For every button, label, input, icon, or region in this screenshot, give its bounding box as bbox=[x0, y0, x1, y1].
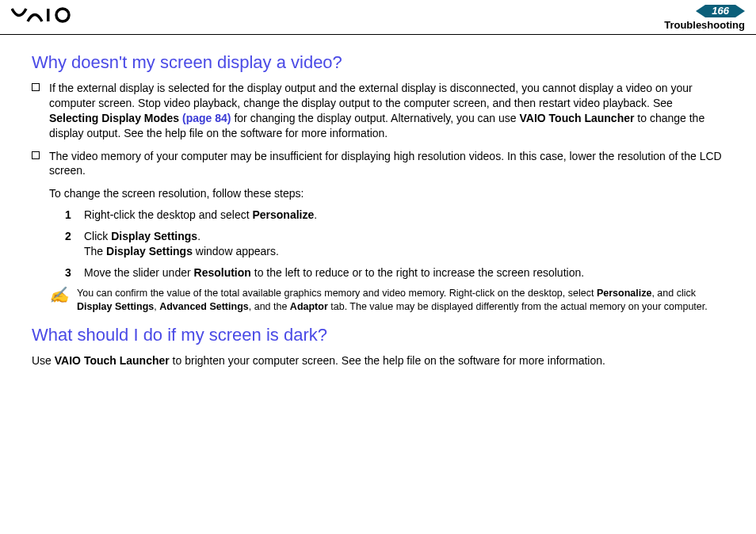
vaio-logo-svg bbox=[11, 6, 90, 25]
step-text: Right-click the desktop and select Perso… bbox=[84, 208, 317, 223]
note-icon: ✍ bbox=[49, 287, 69, 314]
text: for changing the display output. Alterna… bbox=[231, 112, 520, 124]
page-navigator: 166 bbox=[696, 5, 745, 17]
text: to brighten your computer screen. See th… bbox=[170, 354, 605, 367]
bold-text: Adaptor bbox=[290, 301, 328, 312]
bold-text: Display Settings bbox=[111, 230, 197, 242]
step-text: Click Display Settings. The Display Sett… bbox=[84, 229, 279, 259]
text: window appears. bbox=[193, 245, 279, 257]
text: . bbox=[197, 230, 200, 242]
bullet-text: If the external display is selected for … bbox=[49, 81, 724, 141]
vaio-logo bbox=[11, 5, 90, 25]
prev-page-arrow-icon[interactable] bbox=[696, 5, 705, 17]
header-right: 166 Troubleshooting bbox=[664, 5, 745, 31]
next-page-arrow-icon[interactable] bbox=[735, 5, 745, 17]
page-content: Why doesn't my screen display a video? I… bbox=[0, 35, 756, 368]
bold-text: VAIO Touch Launcher bbox=[520, 112, 635, 124]
step-number: 1 bbox=[65, 208, 74, 223]
bold-text: VAIO Touch Launcher bbox=[55, 354, 170, 367]
bullet-item: The video memory of your computer may be… bbox=[32, 149, 724, 179]
text: , and the bbox=[249, 301, 290, 312]
bullet-item: If the external display is selected for … bbox=[32, 81, 724, 141]
svg-rect-0 bbox=[47, 9, 50, 21]
paragraph: Use VAIO Touch Launcher to brighten your… bbox=[32, 353, 724, 368]
square-bullet-icon bbox=[32, 151, 40, 159]
note-block: ✍ You can confirm the value of the total… bbox=[49, 287, 724, 314]
intro-text: To change the screen resolution, follow … bbox=[49, 186, 724, 201]
step-text: Move the slider under Resolution to the … bbox=[84, 265, 584, 280]
bold-text: Personalize bbox=[597, 288, 651, 299]
text: , and click bbox=[651, 288, 696, 299]
page-number: 166 bbox=[705, 5, 735, 17]
bold-text: Display Settings bbox=[106, 245, 193, 257]
step-item: 1 Right-click the desktop and select Per… bbox=[65, 208, 724, 223]
text: to the left to reduce or to the right to… bbox=[251, 266, 584, 279]
text: Click bbox=[84, 230, 111, 242]
note-text: You can confirm the value of the total a… bbox=[77, 287, 724, 314]
bold-text: Resolution bbox=[194, 266, 251, 279]
text: . bbox=[314, 208, 317, 221]
text: The bbox=[84, 245, 106, 257]
step-item: 3 Move the slider under Resolution to th… bbox=[65, 265, 724, 280]
step-number: 2 bbox=[65, 229, 74, 259]
bold-text: Advanced Settings bbox=[159, 301, 249, 312]
bullet-text: The video memory of your computer may be… bbox=[49, 149, 724, 179]
text: Right-click the desktop and select bbox=[84, 208, 252, 221]
svg-point-1 bbox=[56, 9, 69, 21]
section-label: Troubleshooting bbox=[664, 19, 745, 31]
text: tab. The value may be displayed differen… bbox=[328, 301, 708, 312]
page-reference-link[interactable]: (page 84) bbox=[182, 112, 231, 124]
text: Use bbox=[32, 354, 55, 367]
step-item: 2 Click Display Settings. The Display Se… bbox=[65, 229, 724, 259]
bold-text: Personalize bbox=[252, 208, 314, 221]
bold-text: Selecting Display Modes bbox=[49, 112, 182, 124]
page-header: 166 Troubleshooting bbox=[0, 0, 756, 35]
square-bullet-icon bbox=[32, 83, 40, 91]
text: Move the slider under bbox=[84, 266, 194, 279]
numbered-steps: 1 Right-click the desktop and select Per… bbox=[65, 208, 724, 280]
bold-text: Display Settings bbox=[77, 301, 154, 312]
text: If the external display is selected for … bbox=[49, 82, 693, 109]
question-heading-1: Why doesn't my screen display a video? bbox=[32, 52, 724, 73]
step-number: 3 bbox=[65, 265, 74, 280]
text: You can confirm the value of the total a… bbox=[77, 288, 597, 299]
question-heading-2: What should I do if my screen is dark? bbox=[32, 325, 724, 345]
